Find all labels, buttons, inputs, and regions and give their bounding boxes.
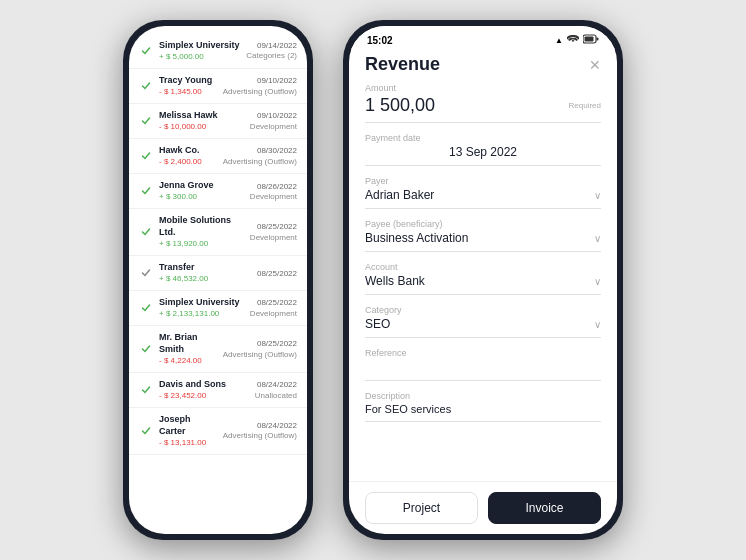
left-phone: Simplex University+ $ 5,000.0009/14/2022… [123,20,313,540]
wifi-icon [567,34,579,46]
payee-label: Payee (beneficiary) [365,219,601,229]
transaction-item[interactable]: Simplex University+ $ 2,133,131.0008/25/… [129,291,307,326]
payee-field: Payee (beneficiary) Business Activation … [365,219,601,252]
project-button[interactable]: Project [365,492,478,524]
transaction-date: 09/10/2022 [223,75,297,86]
transaction-date: 08/30/2022 [223,145,297,156]
amount-value[interactable]: 1 500,00 [365,95,435,116]
form-body: Amount 1 500,00 Required Payment date 13… [349,83,617,481]
check-icon [139,184,153,198]
transaction-info: Mobile Solutions Ltd.+ $ 13,920.00 [159,215,244,249]
transaction-amount: - $ 2,400.00 [159,157,217,167]
payer-value[interactable]: Adrian Baker [365,188,434,202]
battery-icon [583,34,599,46]
time: 15:02 [367,35,393,46]
payer-field: Payer Adrian Baker ∨ [365,176,601,209]
transaction-meta: 08/30/2022Advertising (Outflow) [223,145,297,167]
transaction-list[interactable]: Simplex University+ $ 5,000.0009/14/2022… [129,26,307,534]
description-value[interactable]: For SEO services [365,403,601,415]
check-icon [139,44,153,58]
close-button[interactable]: ✕ [589,57,601,73]
transaction-name: Jenna Grove [159,180,244,192]
transaction-name: Joseph Carter [159,414,217,437]
category-value[interactable]: SEO [365,317,390,331]
transaction-item[interactable]: Jenna Grove+ $ 300.0008/26/2022Developme… [129,174,307,209]
transaction-date: 08/24/2022 [223,420,297,431]
transaction-item[interactable]: Simplex University+ $ 5,000.0009/14/2022… [129,34,307,69]
transaction-meta: 09/10/2022Advertising (Outflow) [223,75,297,97]
transaction-meta: 08/25/2022Advertising (Outflow) [223,338,297,360]
check-icon [139,301,153,315]
invoice-button[interactable]: Invoice [488,492,601,524]
transaction-date: 08/25/2022 [250,221,297,232]
transaction-amount: - $ 10,000.00 [159,122,244,132]
account-dropdown-icon[interactable]: ∨ [594,276,601,287]
check-icon [139,79,153,93]
transaction-name: Tracy Young [159,75,217,87]
form-header: Revenue ✕ [349,50,617,83]
transaction-item[interactable]: Joseph Carter- $ 13,131.0008/24/2022Adve… [129,408,307,455]
payment-date-value[interactable]: 13 Sep 2022 [365,145,601,159]
transaction-meta: 08/25/2022 [257,268,297,279]
transaction-amount: - $ 23,452.00 [159,391,249,401]
form-footer: Project Invoice [349,481,617,534]
transaction-meta: 08/24/2022Advertising (Outflow) [223,420,297,442]
transaction-category: Development [250,233,297,243]
account-label: Account [365,262,601,272]
transaction-date: 09/10/2022 [250,110,297,121]
check-icon [139,149,153,163]
transaction-info: Davis and Sons- $ 23,452.00 [159,379,249,401]
transaction-name: Simplex University [159,297,244,309]
left-screen: Simplex University+ $ 5,000.0009/14/2022… [129,26,307,534]
transaction-item[interactable]: Davis and Sons- $ 23,452.0008/24/2022Una… [129,373,307,408]
transaction-category: Advertising (Outflow) [223,350,297,360]
transaction-info: Joseph Carter- $ 13,131.00 [159,414,217,448]
right-phone: 15:02 ▲ Revenue ✕ Amount 1 500,00 [343,20,623,540]
transaction-name: Hawk Co. [159,145,217,157]
transaction-name: Mr. Brian Smith [159,332,217,355]
transaction-category: Advertising (Outflow) [223,87,297,97]
transaction-info: Hawk Co.- $ 2,400.00 [159,145,217,167]
check-icon [139,114,153,128]
transaction-amount: - $ 13,131.00 [159,438,217,448]
transaction-meta: 09/14/2022Categories (2) [246,40,297,62]
transaction-meta: 08/24/2022Unallocated [255,379,297,401]
amount-field: Amount 1 500,00 Required [365,83,601,123]
category-dropdown-icon[interactable]: ∨ [594,319,601,330]
transaction-info: Simplex University+ $ 5,000.00 [159,40,240,62]
account-value[interactable]: Wells Bank [365,274,425,288]
transaction-date: 08/25/2022 [250,297,297,308]
payer-label: Payer [365,176,601,186]
transaction-item[interactable]: Melissa Hawk- $ 10,000.0009/10/2022Devel… [129,104,307,139]
transaction-category: Development [250,309,297,319]
category-label: Category [365,305,601,315]
transaction-category: Advertising (Outflow) [223,157,297,167]
reference-value[interactable] [365,360,601,374]
transaction-category: Development [250,192,297,202]
payee-dropdown-icon[interactable]: ∨ [594,233,601,244]
transaction-category: Development [250,122,297,132]
transaction-date: 08/25/2022 [257,268,297,279]
transaction-category: Categories (2) [246,51,297,61]
transaction-date: 08/26/2022 [250,181,297,192]
right-screen: 15:02 ▲ Revenue ✕ Amount 1 500,00 [349,26,617,534]
transaction-item[interactable]: Transfer+ $ 46,532.0008/25/2022 [129,256,307,291]
signal-icon: ▲ [555,36,563,45]
transaction-info: Mr. Brian Smith- $ 4,224.00 [159,332,217,366]
payer-dropdown-icon[interactable]: ∨ [594,190,601,201]
amount-label: Amount [365,83,601,93]
transaction-amount: + $ 2,133,131.00 [159,309,244,319]
check-icon [139,383,153,397]
transaction-category: Advertising (Outflow) [223,431,297,441]
description-label: Description [365,391,601,401]
payee-value[interactable]: Business Activation [365,231,468,245]
payment-date-label: Payment date [365,133,601,143]
description-field: Description For SEO services [365,391,601,422]
transaction-item[interactable]: Tracy Young- $ 1,345.0009/10/2022Adverti… [129,69,307,104]
transaction-item[interactable]: Mr. Brian Smith- $ 4,224.0008/25/2022Adv… [129,326,307,373]
form-title: Revenue [365,54,440,75]
transaction-item[interactable]: Mobile Solutions Ltd.+ $ 13,920.0008/25/… [129,209,307,256]
check-icon [139,225,153,239]
transaction-item[interactable]: Hawk Co.- $ 2,400.0008/30/2022Advertisin… [129,139,307,174]
reference-field: Reference [365,348,601,381]
